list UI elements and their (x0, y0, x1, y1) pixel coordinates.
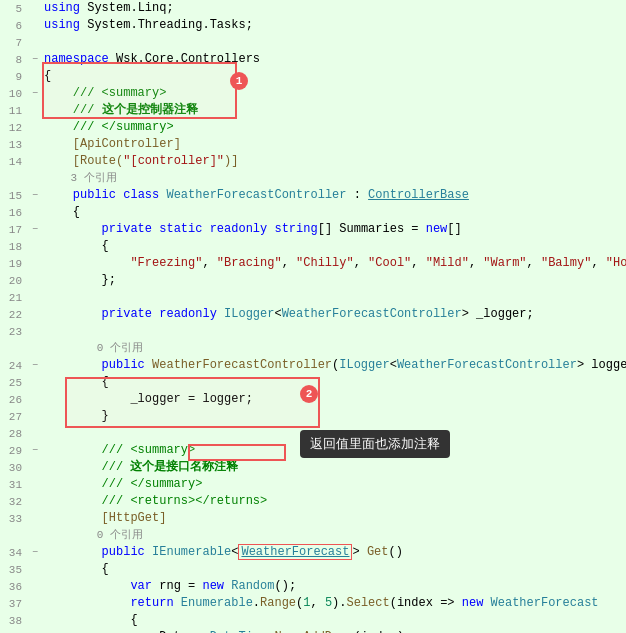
code-line-10: 10 − /// <summary> (0, 85, 626, 102)
line-num-36: 36 (0, 578, 28, 595)
line-num-21: 21 (0, 289, 28, 306)
fold-26 (28, 391, 42, 408)
line-content-10: /// <summary> (42, 85, 626, 102)
line-num-8: 8 (0, 51, 28, 68)
fold-29[interactable]: − (28, 442, 42, 459)
line-content-6: using System.Threading.Tasks; (42, 17, 626, 34)
line-num-31: 31 (0, 476, 28, 493)
code-line-18: 18 { (0, 238, 626, 255)
line-content-31: /// </summary> (42, 476, 626, 493)
fold-34[interactable]: − (28, 544, 42, 561)
fold-21 (28, 289, 42, 306)
line-content-35: { (42, 561, 626, 578)
fold-25 (28, 374, 42, 391)
line-content-ref1: 3 个引用 (42, 170, 626, 187)
fold-32 (28, 493, 42, 510)
line-num-13: 13 (0, 136, 28, 153)
line-content-30: /// 这个是接口名称注释 (42, 459, 626, 476)
fold-8[interactable]: − (28, 51, 42, 68)
line-content-18: { (42, 238, 626, 255)
fold-18 (28, 238, 42, 255)
code-line-6: 6 using System.Threading.Tasks; (0, 17, 626, 34)
code-line-17: 17 − private static readonly string[] Su… (0, 221, 626, 238)
code-line-34: 34 − public IEnumerable<WeatherForecast>… (0, 544, 626, 561)
line-num-38: 38 (0, 612, 28, 629)
line-content-20: }; (42, 272, 626, 289)
fold-23 (28, 323, 42, 340)
line-num-11: 11 (0, 102, 28, 119)
code-line-31: 31 /// </summary> (0, 476, 626, 493)
ref-line-3usage: 3 个引用 (0, 170, 626, 187)
fold-28 (28, 425, 42, 442)
code-line-27: 27 } (0, 408, 626, 425)
code-line-36: 36 var rng = new Random(); (0, 578, 626, 595)
code-line-16: 16 { (0, 204, 626, 221)
line-content-26: _logger = logger; (42, 391, 626, 408)
fold-35 (28, 561, 42, 578)
line-content-25: { (42, 374, 626, 391)
line-content-12: /// </summary> (42, 119, 626, 136)
fold-15[interactable]: − (28, 187, 42, 204)
ref-line-0usage-method: 0 个引用 (0, 527, 626, 544)
code-editor: 1 2 3 返回值里面也添加注释 5 using System.Linq; 6 … (0, 0, 626, 633)
line-num-15: 15 (0, 187, 28, 204)
line-num-22: 22 (0, 306, 28, 323)
fold-6 (28, 17, 42, 34)
code-line-22: 22 private readonly ILogger<WeatherForec… (0, 306, 626, 323)
badge-1: 1 (230, 72, 248, 90)
line-num-20: 20 (0, 272, 28, 289)
line-num-ref1 (0, 170, 28, 187)
fold-17[interactable]: − (28, 221, 42, 238)
fold-20 (28, 272, 42, 289)
code-line-8: 8 − namespace Wsk.Core.Controllers (0, 51, 626, 68)
fold-13 (28, 136, 42, 153)
line-num-26: 26 (0, 391, 28, 408)
line-num-5: 5 (0, 0, 28, 17)
tooltip-3: 返回值里面也添加注释 (300, 430, 450, 458)
code-line-39: 39 Date = DateTime.Now.AddDays(index), (0, 629, 626, 633)
fold-12 (28, 119, 42, 136)
line-num-9: 9 (0, 68, 28, 85)
line-content-24: public WeatherForecastController(ILogger… (42, 357, 626, 374)
line-num-39: 39 (0, 629, 28, 633)
code-line-13: 13 [ApiController] (0, 136, 626, 153)
badge-2: 2 (300, 385, 318, 403)
line-num-12: 12 (0, 119, 28, 136)
line-num-37: 37 (0, 595, 28, 612)
code-line-23: 23 (0, 323, 626, 340)
fold-39 (28, 629, 42, 633)
fold-31 (28, 476, 42, 493)
line-content-27: } (42, 408, 626, 425)
fold-24[interactable]: − (28, 357, 42, 374)
line-num-24: 24 (0, 357, 28, 374)
fold-16 (28, 204, 42, 221)
code-line-9: 9 { (0, 68, 626, 85)
line-num-16: 16 (0, 204, 28, 221)
line-content-5: using System.Linq; (42, 0, 626, 17)
line-content-9: { (42, 68, 626, 85)
line-content-14: [Route("[controller]")] (42, 153, 626, 170)
fold-ref3 (28, 527, 42, 544)
fold-10[interactable]: − (28, 85, 42, 102)
line-content-39: Date = DateTime.Now.AddDays(index), (42, 629, 626, 633)
line-content-32: /// <returns></returns> (42, 493, 626, 510)
fold-11 (28, 102, 42, 119)
line-num-ref3 (0, 527, 28, 544)
fold-38 (28, 612, 42, 629)
line-content-17: private static readonly string[] Summari… (42, 221, 626, 238)
line-content-7 (42, 34, 626, 51)
line-num-18: 18 (0, 238, 28, 255)
code-line-37: 37 return Enumerable.Range(1, 5).Select(… (0, 595, 626, 612)
code-line-33: 33 [HttpGet] (0, 510, 626, 527)
fold-33 (28, 510, 42, 527)
code-line-14: 14 [Route("[controller]")] (0, 153, 626, 170)
fold-37 (28, 595, 42, 612)
code-line-32: 32 /// <returns></returns> (0, 493, 626, 510)
line-num-27: 27 (0, 408, 28, 425)
code-line-20: 20 }; (0, 272, 626, 289)
fold-14 (28, 153, 42, 170)
line-num-10: 10 (0, 85, 28, 102)
line-num-25: 25 (0, 374, 28, 391)
code-line-19: 19 "Freezing", "Bracing", "Chilly", "Coo… (0, 255, 626, 272)
code-line-7: 7 (0, 34, 626, 51)
